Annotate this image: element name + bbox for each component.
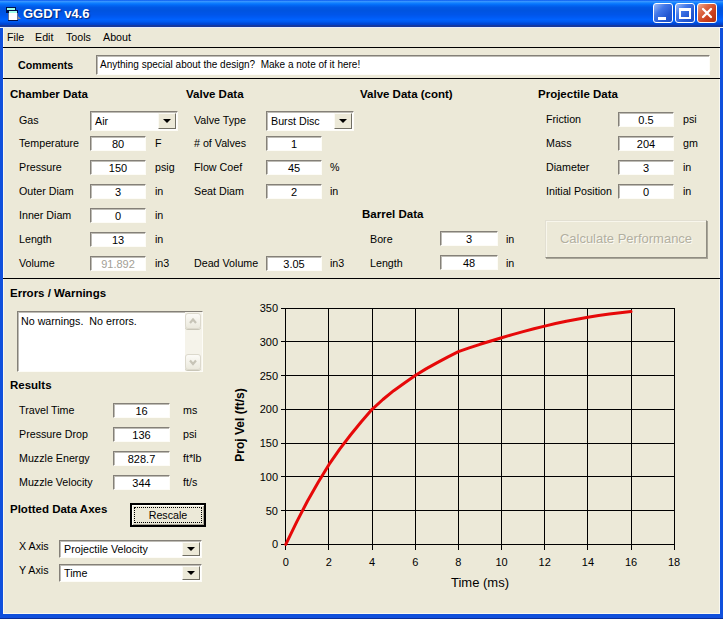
svg-text:12: 12 <box>539 556 551 568</box>
svg-text:6: 6 <box>412 556 418 568</box>
svg-text:350: 350 <box>260 302 278 314</box>
svg-text:14: 14 <box>582 556 594 568</box>
svg-text:18: 18 <box>668 556 680 568</box>
svg-text:250: 250 <box>260 370 278 382</box>
svg-text:300: 300 <box>260 336 278 348</box>
svg-text:10: 10 <box>495 556 507 568</box>
svg-text:0: 0 <box>272 538 278 550</box>
svg-text:0: 0 <box>283 556 289 568</box>
svg-text:100: 100 <box>260 471 278 483</box>
svg-text:50: 50 <box>266 505 278 517</box>
svg-text:Proj Vel (ft/s): Proj Vel (ft/s) <box>233 388 247 461</box>
svg-text:16: 16 <box>625 556 637 568</box>
svg-text:150: 150 <box>260 437 278 449</box>
svg-text:4: 4 <box>369 556 375 568</box>
svg-text:2: 2 <box>326 556 332 568</box>
svg-text:8: 8 <box>455 556 461 568</box>
svg-text:Time (ms): Time (ms) <box>451 575 509 590</box>
svg-text:200: 200 <box>260 403 278 415</box>
